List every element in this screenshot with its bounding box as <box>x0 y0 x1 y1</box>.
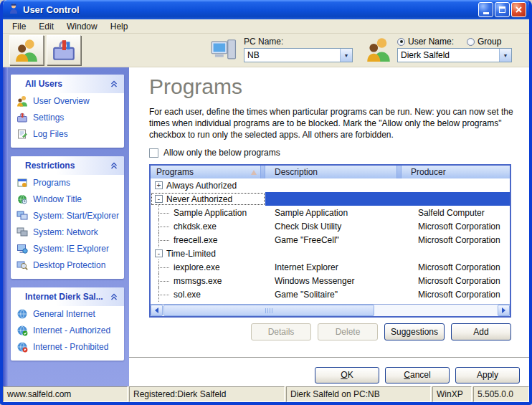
column-header-producer[interactable]: Producer <box>402 166 510 178</box>
sidebar-item-internet-authorized[interactable]: Internet - Authorized <box>11 323 124 339</box>
log-files-icon <box>16 128 28 140</box>
table-row-group-selected[interactable]: -Never Authorized <box>151 192 510 206</box>
table-row[interactable]: sol.exe Game "Solitaire" Microsoft Corpo… <box>151 287 510 301</box>
sidebar-item-user-overview[interactable]: User Overview <box>11 93 124 110</box>
table-row-group[interactable]: +Always Authorized <box>151 178 510 192</box>
table-row-group[interactable]: -Time-Limited <box>151 247 510 260</box>
sidebar-item-label: Settings <box>33 113 64 123</box>
sidebar-item-internet-prohibited[interactable]: Internet - Prohibited <box>11 339 124 356</box>
apply-button[interactable]: Apply <box>455 367 520 383</box>
chevron-up-icon[interactable] <box>110 80 118 88</box>
table-row[interactable]: Sample Application Sample Application Sa… <box>151 206 510 219</box>
sidebar-item-window-title[interactable]: Window Title <box>11 191 124 208</box>
column-separator[interactable] <box>396 166 402 178</box>
close-button[interactable] <box>511 2 526 17</box>
scroll-left-button[interactable] <box>151 305 163 316</box>
toolbar: PC Name: NB User Name: Group Dierk Salf <box>3 34 529 67</box>
scrollbar-track[interactable] <box>163 305 498 316</box>
tree-connector <box>158 233 174 247</box>
desktop-protection-icon <box>16 259 28 271</box>
program-cell: freecell.exe <box>174 235 217 245</box>
sidebar-header-internet[interactable]: Internet Dierk Sal... <box>11 287 124 306</box>
sidebar-item-system-network[interactable]: System: Network <box>11 224 124 241</box>
program-cell: sol.exe <box>174 290 201 300</box>
window-title-icon <box>16 194 28 205</box>
pc-name-label: PC Name: <box>244 37 353 47</box>
pc-selector-group: PC Name: NB <box>211 37 353 64</box>
page-title: Programs <box>149 75 529 99</box>
sidebar-item-general-internet[interactable]: General Internet <box>11 306 124 323</box>
add-button[interactable]: Add <box>451 323 511 340</box>
sidebar-header-all-users[interactable]: All Users <box>11 75 124 93</box>
table-row[interactable]: iexplore.exe Internet Explorer Microsoft… <box>151 260 510 274</box>
chevron-up-icon[interactable] <box>110 292 118 301</box>
ok-button[interactable]: OK <box>315 367 379 383</box>
sidebar-item-log-files[interactable]: Log Files <box>11 126 124 143</box>
expand-icon[interactable]: + <box>155 181 163 189</box>
scroll-right-button[interactable] <box>498 305 510 316</box>
producer-cell: Salfeld Computer <box>402 208 510 218</box>
programs-table: Programs Description Producer +Always Au… <box>149 164 511 318</box>
users-toolbar-button[interactable] <box>9 35 44 65</box>
cancel-button[interactable]: Cancel <box>385 367 450 383</box>
section-title: Restrictions <box>25 161 75 171</box>
group-radio-label: Group <box>478 37 501 47</box>
horizontal-scrollbar[interactable] <box>151 304 510 316</box>
collapse-icon[interactable]: - <box>155 249 163 257</box>
user-select-value: Dierk Salfeld <box>398 50 499 60</box>
program-cell: iexplore.exe <box>174 262 220 272</box>
collapse-icon[interactable]: - <box>155 195 163 203</box>
group-radio[interactable] <box>467 38 475 46</box>
maximize-button[interactable] <box>495 2 510 17</box>
menu-item-window[interactable]: Window <box>60 20 104 33</box>
scrollbar-thumb[interactable] <box>163 305 374 316</box>
sidebar-header-restrictions[interactable]: Restrictions <box>11 156 124 175</box>
table-row[interactable]: chkdsk.exe Check Disk Utility Microsoft … <box>151 219 510 233</box>
delete-button[interactable]: Delete <box>318 323 378 340</box>
sidebar-item-system-ie-explorer[interactable]: System: IE Explorer <box>11 241 124 257</box>
status-user-pc: Dierk Salfeld on PC:NB <box>286 386 431 402</box>
column-label: Programs <box>156 167 194 177</box>
user-name-radio-label: User Name: <box>408 37 454 47</box>
footer-divider <box>129 357 529 358</box>
allow-only-checkbox[interactable] <box>149 148 158 158</box>
group-label: Always Authorized <box>166 181 237 191</box>
sidebar-section-internet: Internet Dierk Sal... General Internet I… <box>11 287 124 361</box>
description-cell: Check Disk Utility <box>265 221 402 232</box>
user-select[interactable]: Dierk Salfeld <box>397 48 512 62</box>
users-icon <box>14 38 39 62</box>
suggestions-button[interactable]: Suggestions <box>384 323 445 340</box>
table-row[interactable]: freecell.exe Game "FreeCell" Microsoft C… <box>151 233 510 247</box>
pc-name-select[interactable]: NB <box>244 48 353 62</box>
producer-cell: Microsoft Corporation <box>402 235 510 245</box>
menu-item-help[interactable]: Help <box>104 20 135 33</box>
settings-toolbar-button[interactable] <box>47 35 81 65</box>
table-body: +Always Authorized -Never Authorized Sam… <box>151 178 510 301</box>
column-separator[interactable] <box>260 166 265 178</box>
minimize-button[interactable] <box>478 2 493 17</box>
column-header-programs[interactable]: Programs <box>151 166 260 178</box>
allow-only-checkbox-label: Allow only the below programs <box>163 148 280 158</box>
sort-ascending-icon <box>251 170 257 175</box>
sidebar-item-system-start-explorer[interactable]: System: Start/Explorer <box>11 208 124 224</box>
sidebar-item-desktop-protection[interactable]: Desktop Protection <box>11 257 124 274</box>
column-header-description[interactable]: Description <box>265 166 396 178</box>
user-selector-group: User Name: Group Dierk Salfeld <box>366 37 512 62</box>
chevron-down-icon[interactable] <box>340 49 352 62</box>
status-version: 5.505.0.0 <box>473 386 529 402</box>
sidebar-item-settings[interactable]: Settings <box>11 110 124 126</box>
menu-item-file[interactable]: File <box>6 20 32 33</box>
table-row[interactable]: msmsgs.exe Windows Messenger Microsoft C… <box>151 274 510 287</box>
chevron-down-icon[interactable] <box>499 49 511 62</box>
tree-connector <box>158 287 174 301</box>
general-internet-icon <box>16 308 28 320</box>
selection-highlight <box>265 192 510 206</box>
user-overview-icon <box>16 95 28 107</box>
sidebar-section-all-users: All Users User Overview Settings Log Fil… <box>11 75 124 148</box>
description-cell: Game "Solitaire" <box>265 290 402 300</box>
user-name-radio[interactable] <box>397 38 405 46</box>
chevron-up-icon[interactable] <box>110 161 118 170</box>
sidebar-item-programs[interactable]: Programs <box>11 175 124 191</box>
details-button[interactable]: Details <box>251 323 311 340</box>
menu-item-edit[interactable]: Edit <box>32 20 60 33</box>
